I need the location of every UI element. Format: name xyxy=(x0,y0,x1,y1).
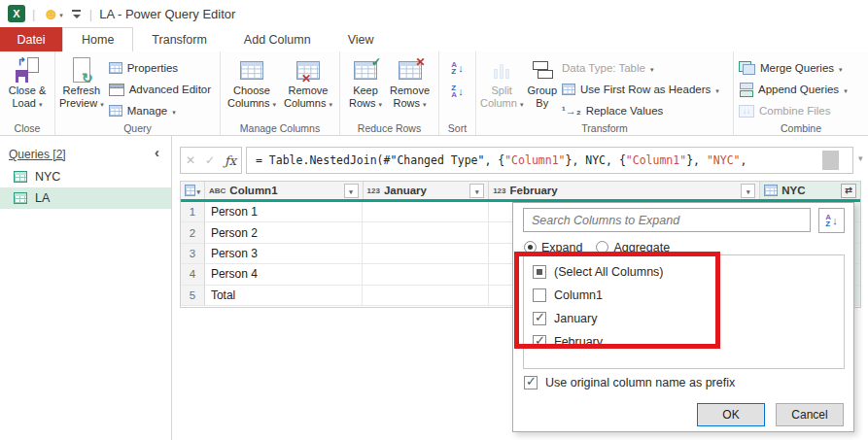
ok-button[interactable]: OK xyxy=(697,403,765,426)
filter-caret-icon xyxy=(349,185,353,196)
sort-z-to-a-icon: ZA↓ xyxy=(451,85,463,98)
column-checklist-item[interactable]: February xyxy=(524,330,844,354)
window-title: LA - Power Query Editor xyxy=(99,7,235,21)
ribbon-tab-strip: Datei Home Transform Add Column View xyxy=(0,27,868,51)
group-by-button[interactable]: Group By xyxy=(525,54,559,109)
group-label-transform: Transform xyxy=(476,122,733,134)
combine-files-icon xyxy=(739,105,754,118)
item-checkbox[interactable] xyxy=(533,265,546,279)
column-checklist-item[interactable]: Column1 xyxy=(524,284,844,307)
column-header-nyc[interactable]: NYC xyxy=(760,182,860,199)
replace-values-button[interactable]: Replace Values xyxy=(559,101,722,120)
commit-formula-icon[interactable] xyxy=(205,153,215,167)
row-number[interactable]: 5 xyxy=(181,286,205,306)
column-header-february[interactable]: 123 February xyxy=(489,182,760,199)
column-header-column1[interactable]: ABC Column1 xyxy=(205,182,364,199)
choose-columns-button[interactable]: Choose Columns xyxy=(226,54,278,111)
table-cell[interactable] xyxy=(363,264,489,285)
column-header-january[interactable]: 123 January xyxy=(364,182,490,199)
append-queries-button[interactable]: Append Queries xyxy=(736,80,851,99)
table-cell[interactable] xyxy=(363,286,489,306)
advanced-editor-icon xyxy=(109,84,124,96)
formula-token: "Column1" xyxy=(504,153,565,167)
ribbon-group-close: ↱ Close & Load Close xyxy=(0,51,55,135)
tab-home[interactable]: Home xyxy=(62,27,133,52)
tab-transform[interactable]: Transform xyxy=(133,27,226,51)
cancel-button[interactable]: Cancel xyxy=(776,403,844,426)
ribbon-group-manage-columns: Choose Columns ✕ Remove Columns Manage C… xyxy=(221,51,340,135)
quick-access-toolbar-icon[interactable] xyxy=(71,9,83,18)
dropdown-caret-icon xyxy=(172,105,176,117)
remove-columns-button[interactable]: ✕ Remove Columns xyxy=(282,54,334,111)
ribbon-group-sort: AZ↓ ZA↓ Sort xyxy=(439,51,476,135)
radio-aggregate-control[interactable] xyxy=(596,241,608,254)
prefix-option[interactable]: Use original column name as prefix xyxy=(524,376,735,389)
table-cell[interactable]: Total xyxy=(205,286,364,306)
column-checklist-item[interactable]: January xyxy=(524,307,844,330)
dropdown-caret-icon xyxy=(715,84,719,95)
item-checkbox[interactable] xyxy=(533,312,546,325)
search-columns-input[interactable] xyxy=(523,208,811,232)
prefix-checkbox[interactable] xyxy=(524,376,538,389)
keep-rows-button[interactable]: ✓ Keep Rows xyxy=(347,54,384,111)
ribbon-group-reduce-rows: ✓ Keep Rows ✕ Remove Rows Reduce Rows xyxy=(340,51,439,135)
close-and-load-button[interactable]: ↱ Close & Load xyxy=(7,54,49,111)
table-cell[interactable]: Person 3 xyxy=(205,244,364,264)
sort-descending-button[interactable]: ZA↓ xyxy=(448,82,466,101)
smiley-dropdown-caret-icon[interactable] xyxy=(59,7,63,20)
merge-queries-button[interactable]: Merge Queries xyxy=(736,58,851,78)
group-by-icon xyxy=(531,61,554,79)
data-type-button[interactable]: Data Type: Table xyxy=(559,58,722,78)
remove-rows-button[interactable]: ✕ Remove Rows xyxy=(388,54,432,111)
radio-aggregate[interactable]: Aggregate xyxy=(596,241,670,254)
expand-formula-bar-icon[interactable] xyxy=(858,153,863,163)
collapse-panel-icon[interactable] xyxy=(155,144,159,160)
merge-queries-icon xyxy=(739,61,755,75)
fx-icon[interactable] xyxy=(225,153,236,168)
first-row-headers-icon xyxy=(562,84,575,95)
query-table-icon xyxy=(14,171,27,183)
formula-scrollbar-thumb[interactable] xyxy=(822,151,839,170)
radio-expand-control[interactable] xyxy=(524,241,537,254)
table-type-icon xyxy=(764,185,778,196)
tab-file[interactable]: Datei xyxy=(0,27,62,51)
row-number[interactable]: 4 xyxy=(181,264,205,285)
use-first-row-as-headers-button[interactable]: Use First Row as Headers xyxy=(559,80,722,99)
table-cell[interactable]: Person 2 xyxy=(205,222,364,243)
tab-add-column[interactable]: Add Column xyxy=(226,27,330,51)
table-cell[interactable]: Person 1 xyxy=(205,202,364,222)
sort-list-button[interactable]: AZ↓ xyxy=(818,208,845,233)
dropdown-caret-icon xyxy=(520,97,524,112)
tab-view[interactable]: View xyxy=(330,27,393,51)
smiley-feedback-icon[interactable]: ☻ xyxy=(42,6,59,22)
expand-column-button[interactable] xyxy=(841,184,856,198)
query-item-nyc[interactable]: NYC xyxy=(0,166,171,187)
table-cell[interactable] xyxy=(363,202,489,222)
filter-button[interactable] xyxy=(741,184,755,198)
query-item-la[interactable]: LA xyxy=(0,187,171,209)
refresh-preview-button[interactable]: Refresh Preview xyxy=(57,54,106,111)
table-cell[interactable] xyxy=(363,222,489,243)
table-cell[interactable]: Person 4 xyxy=(205,264,364,285)
row-number[interactable]: 2 xyxy=(181,222,205,243)
filter-button[interactable] xyxy=(344,184,359,198)
table-cell[interactable] xyxy=(363,244,489,264)
item-checkbox[interactable] xyxy=(533,288,546,302)
manage-button[interactable]: Manage xyxy=(106,101,214,120)
column-checklist-item[interactable]: (Select All Columns) xyxy=(524,260,844,284)
item-checkbox[interactable] xyxy=(533,335,546,349)
formula-input[interactable]: = Table.NestedJoin(#"Changed Type", {"Co… xyxy=(246,147,853,174)
combine-files-button[interactable]: Combine Files xyxy=(736,101,851,120)
advanced-editor-button[interactable]: Advanced Editor xyxy=(106,80,214,99)
row-number[interactable]: 1 xyxy=(181,202,205,222)
dropdown-caret-icon xyxy=(423,97,427,112)
group-label-manage-columns: Manage Columns xyxy=(221,122,339,134)
filter-button[interactable] xyxy=(469,184,484,198)
radio-expand[interactable]: Expand xyxy=(524,241,582,254)
table-corner-menu[interactable] xyxy=(181,182,205,199)
cancel-formula-icon[interactable] xyxy=(186,153,195,167)
properties-button[interactable]: Properties xyxy=(106,58,214,78)
row-number[interactable]: 3 xyxy=(181,244,205,264)
split-column-button[interactable]: Split Column xyxy=(478,54,525,111)
sort-ascending-button[interactable]: AZ↓ xyxy=(448,58,466,78)
